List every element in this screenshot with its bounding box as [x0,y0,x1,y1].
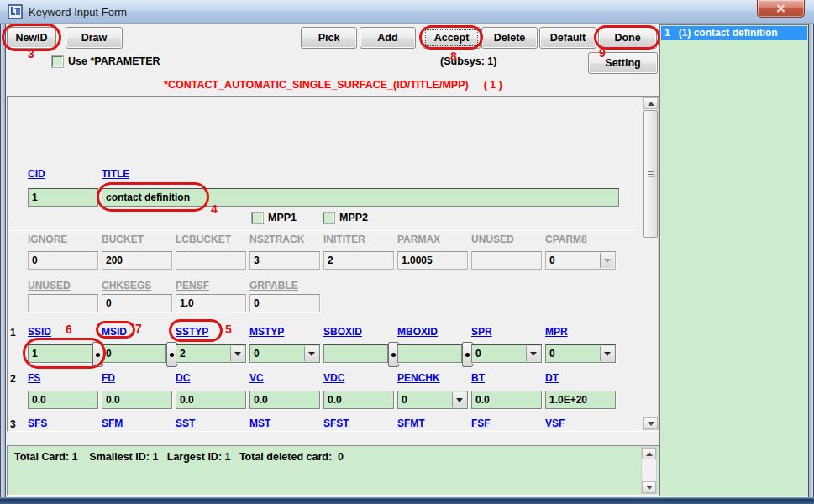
keyword-list-item[interactable]: 1 (1) contact definition [661,26,807,40]
mpp1-label: MPP1 [268,212,297,223]
form-scrollbar-thumb[interactable] [643,110,658,238]
grpable-input: 0 [249,294,320,312]
spr-select-arrow-icon[interactable] [526,346,540,361]
spr-label[interactable]: SPR [471,326,492,338]
card-number-3: 3 [10,418,16,430]
ssid-input[interactable]: 1 [28,344,92,363]
lcbucket-label: LCBUCKET [176,234,231,245]
mstyp-label[interactable]: MSTYP [249,326,284,338]
dc-label[interactable]: DC [176,372,190,384]
title-input[interactable]: contact definition [102,188,619,207]
dc-input[interactable]: 0.0 [176,391,246,409]
cparm8-label: CPARM8 [545,234,587,245]
ignore-input: 0 [28,251,98,270]
bucket-input: 200 [102,251,172,270]
fd-label[interactable]: FD [102,372,115,384]
status-text: Total Card: 1 Smallest ID: 1 Largest ID:… [14,451,344,463]
dt-label[interactable]: DT [545,372,559,384]
sfmt-label[interactable]: SFMT [397,417,425,429]
vc-input[interactable]: 0.0 [249,391,320,409]
dt-input[interactable]: 1.0E+20 [545,391,616,409]
separator [10,228,636,231]
mstyp-select-arrow-icon[interactable] [304,346,318,361]
fd-input[interactable]: 0.0 [102,391,172,409]
card-number-2: 2 [10,373,16,385]
sstyp-select-arrow-icon[interactable] [230,346,244,361]
mpr-label[interactable]: MPR [545,326,568,338]
form-scroll-down-button[interactable] [643,417,658,429]
status-panel: Total Card: 1 Smallest ID: 1 Largest ID:… [7,445,659,496]
vdc-label[interactable]: VDC [323,372,344,384]
bucket-label: BUCKET [102,234,144,245]
unused-input [471,251,542,270]
lcbucket-input [176,251,246,270]
sstyp-label[interactable]: SSTYP [176,326,208,338]
sstyp-select[interactable]: 2 [176,344,246,363]
msid-label[interactable]: MSID [102,326,127,338]
mst-label[interactable]: MST [249,417,270,429]
sfst-label[interactable]: SFST [323,417,349,429]
fs-input[interactable]: 0.0 [28,391,98,409]
fs-label[interactable]: FS [28,372,40,384]
status-scroll-down-button[interactable] [642,481,656,493]
inititer-label: INITITER [323,234,365,245]
parmax-label: PARMAX [397,234,440,245]
grpable-label: GRPABLE [249,280,298,291]
sst-label[interactable]: SST [176,417,195,429]
sfm-label[interactable]: SFM [102,417,123,429]
vsf-label[interactable]: VSF [545,417,565,429]
ssid-label[interactable]: SSID [28,326,51,338]
mpp2-checkbox[interactable] [323,213,334,223]
scrollbar-grip [648,171,654,177]
keyword-input-form-window: Keyword Input Form NewID Draw Pick Add A… [0,0,814,504]
unused-label: UNUSED [471,234,514,245]
parmax-input: 1.0005 [397,251,468,270]
mstyp-select[interactable]: 0 [249,344,320,363]
bt-input[interactable]: 0.0 [471,391,542,409]
inititer-input: 2 [323,251,394,270]
cid-input[interactable]: 1 [28,188,98,207]
vdc-input[interactable]: 0.0 [323,391,394,409]
card-number-1: 1 [10,327,16,339]
ignore-label: IGNORE [28,234,67,245]
keyword-list-panel: 1 (1) contact definition [659,24,808,496]
unused-label: UNUSED [28,280,71,291]
penchk-label[interactable]: PENCHK [397,372,440,384]
status-scroll-up-button[interactable] [642,448,656,459]
title-label[interactable]: TITLE [102,168,129,180]
mpp1-checkbox[interactable] [252,213,263,223]
ns2track-input: 3 [249,251,320,270]
spr-select[interactable]: 0 [471,344,542,363]
mboxid-input[interactable] [397,344,462,363]
mpr-select-arrow-icon[interactable] [600,346,614,361]
cparm8-select-arrow-icon [600,253,614,268]
chksegs-input: 0 [102,294,172,312]
fsf-label[interactable]: FSF [471,417,491,429]
sboxid-label[interactable]: SBOXID [323,326,362,338]
pensf-label: PENSF [176,280,209,291]
sfs-label[interactable]: SFS [28,417,47,429]
ns2track-label: NS2TRACK [249,234,304,245]
mpr-select[interactable]: 0 [545,344,616,363]
chksegs-label: CHKSEGS [102,280,151,291]
vc-label[interactable]: VC [249,372,264,384]
penchk-select-arrow-icon[interactable] [452,392,466,407]
mboxid-label[interactable]: MBOXID [397,326,438,338]
cid-label[interactable]: CID [28,168,45,180]
msid-input[interactable]: 0 [102,344,166,363]
pensf-input: 1.0 [176,294,246,312]
bt-label[interactable]: BT [471,372,485,384]
form-scroll-up-button[interactable] [643,97,658,109]
mpp2-label: MPP2 [339,212,368,223]
cparm8-select: 0 [545,251,616,270]
penchk-select[interactable]: 0 [397,391,468,409]
unused-input [28,294,98,312]
sboxid-input[interactable] [323,344,388,363]
